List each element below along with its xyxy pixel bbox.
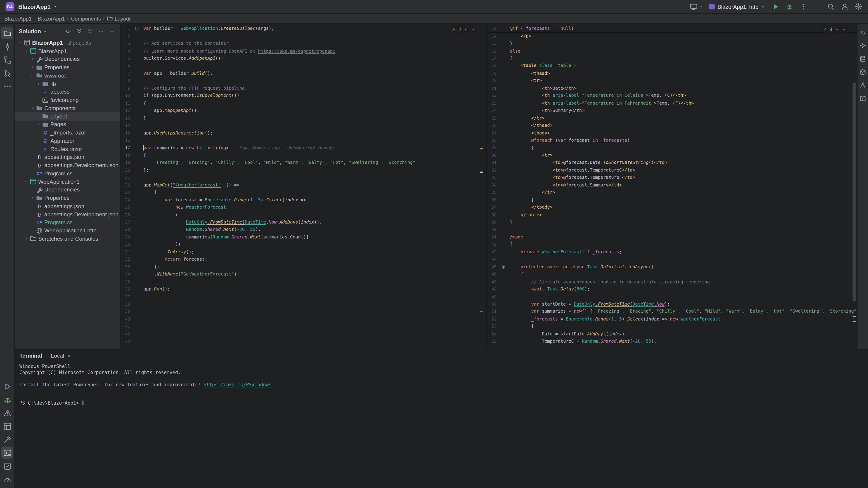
- breadcrumb-item-blazorapp1[interactable]: BlazorApp1: [37, 15, 66, 22]
- code-with-me-button[interactable]: [841, 3, 848, 10]
- expand-arrow-icon[interactable]: [35, 123, 41, 126]
- tool-notifications-button[interactable]: [858, 27, 868, 37]
- expand-arrow-icon[interactable]: [35, 82, 41, 86]
- run-config-selector[interactable]: BlazorApp1: http: [709, 4, 766, 10]
- next-problem-button[interactable]: [842, 27, 846, 32]
- tool-more-tools-button[interactable]: [1, 80, 13, 92]
- tree-item-blazorapp1[interactable]: BlazorApp1: [15, 47, 120, 55]
- tree-item-dependencies[interactable]: Dependencies: [15, 186, 120, 194]
- run-button[interactable]: [772, 3, 779, 10]
- tool-debug-button[interactable]: [1, 393, 13, 406]
- collapse-all-button[interactable]: [86, 27, 94, 35]
- search-everywhere-button[interactable]: [827, 3, 835, 10]
- expand-arrow-icon[interactable]: [23, 237, 29, 241]
- tree-item-components[interactable]: Components: [15, 104, 120, 112]
- tool-commit-button[interactable]: [1, 40, 13, 53]
- terminal-output[interactable]: Windows PowerShellCopyright (C) Microsof…: [15, 361, 868, 409]
- tool-pull-requests-button[interactable]: [1, 67, 13, 79]
- tool-problems-button[interactable]: [1, 407, 13, 419]
- tree-item-lib[interactable]: lib: [15, 79, 120, 88]
- expand-all-button[interactable]: [75, 27, 83, 35]
- tree-item-dependencies[interactable]: Dependencies: [15, 55, 120, 63]
- tool-project-button[interactable]: [1, 27, 13, 39]
- project-selector[interactable]: BlazorApp1: [18, 3, 57, 10]
- tree-item-appsettings-development-json[interactable]: {}appsettings.Development.json: [15, 210, 120, 218]
- debug-button[interactable]: [785, 3, 793, 10]
- expand-arrow-icon[interactable]: [29, 196, 35, 200]
- tool-services-button[interactable]: [1, 420, 13, 432]
- solution-panel-title[interactable]: Solution: [19, 28, 41, 34]
- inspection-widget[interactable]: ⚠ 2: [450, 26, 477, 33]
- expand-arrow-icon[interactable]: [17, 41, 23, 45]
- tool-structure-button[interactable]: [1, 54, 13, 66]
- terminal-tab-local[interactable]: Local ×: [51, 352, 71, 358]
- tree-item-pages[interactable]: Pages: [15, 121, 120, 129]
- next-problem-button[interactable]: [471, 27, 476, 32]
- tool-todo-button[interactable]: [1, 460, 13, 472]
- stripe-mark[interactable]: [480, 148, 484, 150]
- tree-item-program-cs[interactable]: C#Program.cs: [15, 169, 120, 177]
- tool-profiler-button[interactable]: [1, 473, 13, 485]
- close-icon[interactable]: ×: [67, 352, 70, 358]
- tree-item-program-cs[interactable]: C#Program.cs: [15, 218, 120, 226]
- preview-browser-button[interactable]: [690, 3, 703, 10]
- breadcrumb-item-components[interactable]: Components: [70, 15, 102, 22]
- tree-item-routes-razor[interactable]: @Routes.razor: [15, 145, 120, 153]
- stripe-caret-mark[interactable]: [480, 171, 484, 173]
- tree-item-app-razor[interactable]: @App.razor: [15, 137, 120, 145]
- editor-left-pane[interactable]: ⚠ 2 1{}var builder = WebApplication.Crea…: [121, 24, 487, 349]
- terminal-title[interactable]: Terminal: [20, 352, 42, 358]
- expand-arrow-icon[interactable]: [29, 106, 35, 110]
- code-text: {: [510, 324, 534, 329]
- tool-database-button[interactable]: [858, 54, 868, 64]
- locate-button[interactable]: [64, 27, 72, 35]
- tree-item-appsettings-development-json[interactable]: {}appsettings.Development.json: [15, 161, 120, 169]
- tool-run-button[interactable]: [1, 380, 13, 392]
- settings-button[interactable]: [855, 3, 862, 10]
- inspection-widget[interactable]: ✓ 3: [821, 26, 848, 33]
- prev-problem-button[interactable]: [835, 27, 839, 32]
- prev-problem-button[interactable]: [464, 27, 468, 32]
- more-actions-button[interactable]: [799, 3, 807, 10]
- expand-arrow-icon[interactable]: [23, 49, 29, 53]
- tool-ai-assistant-button[interactable]: [858, 40, 868, 51]
- expand-arrow-icon[interactable]: [29, 65, 35, 69]
- expand-arrow-icon[interactable]: [29, 57, 35, 61]
- tool-nuget-button[interactable]: [858, 67, 868, 77]
- expand-arrow-icon[interactable]: [29, 73, 35, 77]
- stripe-mark[interactable]: [480, 311, 484, 312]
- expand-arrow-icon[interactable]: [35, 115, 41, 118]
- tree-item-scratches-and-consoles[interactable]: Scratches and Consoles: [15, 235, 120, 243]
- git-blame-hint[interactable]: You, Moments ago · Uncommitted changes: [240, 145, 335, 151]
- scrollbar[interactable]: [852, 83, 856, 302]
- tree-item-favicon-png[interactable]: favicon.png: [15, 96, 120, 104]
- tree-item-webapplication1[interactable]: WebApplication1: [15, 177, 120, 186]
- tree-item-wwwroot[interactable]: wwwroot: [15, 71, 120, 79]
- tool-unit-tests-button[interactable]: [858, 80, 868, 90]
- tool-build-button[interactable]: [1, 433, 13, 446]
- tree-item--imports-razor[interactable]: @_Imports.razor: [15, 129, 120, 137]
- tool-documentation-button[interactable]: [858, 94, 868, 103]
- tree-item-layout[interactable]: Layout: [15, 112, 120, 120]
- hide-panel-button[interactable]: [108, 27, 116, 35]
- project-avatar[interactable]: BA: [5, 2, 14, 11]
- more-options-button[interactable]: [97, 27, 105, 35]
- code-line: 39: [121, 308, 486, 315]
- tree-item-properties[interactable]: Properties: [15, 63, 120, 71]
- tree-item-app-css[interactable]: #app.css: [15, 88, 120, 96]
- tree-item-appsettings-json[interactable]: {}appsettings.json: [15, 153, 120, 161]
- expand-arrow-icon[interactable]: [29, 188, 35, 192]
- override-gutter-icon[interactable]: [497, 264, 510, 269]
- terminal-link[interactable]: https://aka.ms/PSWindows: [204, 382, 272, 387]
- expand-arrow-icon[interactable]: [23, 180, 29, 184]
- tool-terminal-button[interactable]: [1, 447, 13, 459]
- tree-item-webapplication1-http[interactable]: WebApplication1.http: [15, 226, 120, 235]
- editor-right-pane[interactable]: ✓ 3 10@if (_forecasts == null)14 </p>15}…: [487, 24, 857, 349]
- breadcrumb-item-blazorapp1[interactable]: BlazorApp1: [3, 15, 33, 22]
- breadcrumb-item-layout[interactable]: Layout: [106, 15, 132, 22]
- tree-item-appsettings-json[interactable]: {}appsettings.json: [15, 202, 120, 210]
- tree-item-blazorapp1[interactable]: BlazorApp1· 2 projects: [15, 39, 120, 47]
- tree-item-properties[interactable]: Properties: [15, 194, 120, 202]
- activity-bar-top: [1, 26, 13, 94]
- user-icon: [841, 3, 848, 10]
